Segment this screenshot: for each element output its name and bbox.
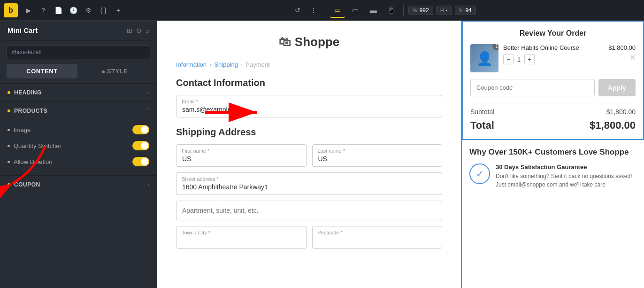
percent-label: %: [459, 8, 464, 13]
breadcrumb-sep2: ›: [241, 61, 243, 68]
firstname-label: First name *: [182, 148, 209, 154]
height-value: -: [446, 7, 448, 14]
element-id-field[interactable]: #brxe-fe7eff: [7, 45, 150, 59]
guarantee-title: 30 Days Satisfaction Gaurantee: [496, 163, 636, 171]
firstname-field: First name *: [176, 144, 307, 167]
toggle-row-qty: Quantity Switcher: [8, 138, 149, 154]
section-heading-header[interactable]: HEADING ›: [0, 84, 157, 101]
city-row: Town / City * Postcode *: [176, 226, 442, 254]
order-item-price: $1,800.00: [608, 44, 636, 51]
guarantee-row: ✓ 30 Days Satisfaction Gaurantee Don't l…: [469, 163, 636, 189]
apt-field: [176, 201, 442, 220]
apt-input[interactable]: [176, 201, 442, 220]
cart-icon: 🛍: [279, 35, 291, 49]
sidebar-title: Mini Cart: [8, 26, 38, 34]
zoom-value: 94: [465, 7, 471, 14]
section-products-header[interactable]: PRODUCTS ˅: [0, 102, 157, 120]
order-subtotal-row: Subtotal $1,800.00: [470, 103, 636, 116]
wide-view-button[interactable]: ▬: [366, 3, 381, 18]
logo-button[interactable]: b: [4, 3, 18, 17]
document-icon[interactable]: 📄: [52, 4, 65, 17]
breadcrumb-shipping[interactable]: Shipping: [214, 61, 238, 68]
section-products-title: PRODUCTS: [8, 108, 47, 114]
breadcrumb-payment: Payment: [245, 61, 269, 68]
order-total-row: Total $1,800.00: [470, 119, 636, 132]
section-heading-arrow: ›: [147, 89, 149, 96]
add-icon[interactable]: +: [112, 4, 125, 17]
breadcrumb-information[interactable]: Information: [176, 61, 207, 68]
postcode-label: Postcode *: [318, 230, 343, 235]
section-coupon-header[interactable]: COUPON ›: [0, 176, 157, 194]
town-field: Town / City *: [176, 226, 307, 249]
email-label: Email *: [182, 99, 198, 104]
toggle-row-image: Image: [8, 122, 149, 138]
order-item-name: Better Habits Online Course: [503, 44, 604, 51]
order-item-image: 👤 1: [470, 44, 498, 72]
page-content: 🛍 Shoppe Information › Shipping › Paymen…: [157, 21, 461, 288]
coupon-row: Apply: [470, 79, 636, 96]
section-coupon: COUPON ›: [0, 175, 157, 194]
zoom-field[interactable]: % 94: [455, 6, 476, 15]
left-sidebar: Mini Cart ⊞ ⊙ ⌕ #brxe-fe7eff CONTENT STY…: [0, 21, 157, 288]
guarantee-desc: Don't like something? Sent it back no qu…: [496, 172, 636, 189]
lastname-label: Last name *: [318, 148, 345, 154]
more-icon[interactable]: ⋮: [307, 4, 320, 17]
tab-content[interactable]: CONTENT: [7, 64, 77, 78]
sidebar-tabs: CONTENT STYLE: [7, 64, 150, 78]
desktop-view-button[interactable]: ▭: [330, 3, 345, 18]
order-item: 👤 1 Better Habits Online Course − 1 + $1…: [470, 44, 636, 72]
mobile-view-button[interactable]: 📱: [383, 3, 399, 18]
guarantee-text: 30 Days Satisfaction Gaurantee Don't lik…: [496, 163, 636, 189]
sidebar-view-icon[interactable]: ⊞: [127, 27, 132, 34]
toolbar: b ▶ ? 📄 🕐 ⚙ { } + ↺ ⋮ ▭ ▭ ▬ 📱 W 992 H - …: [0, 0, 644, 21]
toggle-qty[interactable]: [132, 141, 149, 150]
why-section: Why Over 150K+ Customers Love Shoppe ✓ 3…: [462, 140, 644, 196]
coupon-input[interactable]: [470, 79, 595, 96]
history-icon[interactable]: 🕐: [67, 4, 80, 17]
postcode-field: Postcode *: [312, 226, 443, 249]
store-header: 🛍 Shoppe: [176, 35, 442, 49]
right-panel: Review Your Order 👤 1 Better Habits Onli…: [461, 21, 644, 288]
total-value: $1,800.00: [590, 119, 636, 132]
section-coupon-arrow: ›: [147, 181, 149, 188]
breadcrumb-sep1: ›: [209, 61, 211, 68]
toggle-qty-label: Quantity Switcher: [8, 142, 61, 149]
canvas-area: 🛍 Shoppe Information › Shipping › Paymen…: [157, 21, 461, 288]
section-products: PRODUCTS ˅ Image Quantity Switcher: [0, 101, 157, 175]
toggle-row-deletion: Allow Deletion: [8, 154, 149, 170]
qty-increase-button[interactable]: +: [524, 54, 535, 64]
section-products-content: Image Quantity Switcher Allow Deletion: [0, 120, 157, 175]
close-item-button[interactable]: ✕: [629, 53, 636, 62]
breadcrumb: Information › Shipping › Payment: [176, 61, 442, 68]
sidebar-link-icon[interactable]: ⊙: [136, 27, 142, 34]
tab-style[interactable]: STYLE: [79, 64, 150, 78]
guarantee-icon: ✓: [469, 163, 490, 184]
qty-controls: − 1 +: [503, 54, 604, 64]
apply-coupon-button[interactable]: Apply: [598, 79, 636, 96]
tablet-view-button[interactable]: ▭: [348, 3, 363, 18]
cursor-icon[interactable]: ▶: [22, 4, 35, 17]
help-icon[interactable]: ?: [37, 4, 50, 17]
why-title: Why Over 150K+ Customers Love Shoppe: [469, 148, 636, 157]
width-field[interactable]: W 992: [408, 6, 433, 15]
store-logo: 🛍 Shoppe: [176, 35, 442, 49]
total-label: Total: [470, 119, 494, 132]
section-coupon-title: COUPON: [8, 181, 40, 188]
sidebar-search-icon[interactable]: ⌕: [146, 27, 149, 34]
town-label: Town / City *: [182, 230, 210, 235]
height-field[interactable]: H -: [436, 6, 452, 15]
email-input[interactable]: [176, 95, 442, 117]
width-label: W: [413, 8, 417, 13]
toggle-image-label: Image: [8, 126, 31, 133]
code-icon[interactable]: { }: [97, 4, 110, 17]
settings-icon[interactable]: ⚙: [82, 4, 95, 17]
refresh-icon[interactable]: ↺: [291, 4, 304, 17]
sidebar-header: Mini Cart ⊞ ⊙ ⌕: [0, 21, 157, 40]
order-review-box: Review Your Order 👤 1 Better Habits Onli…: [462, 21, 644, 140]
section-heading: HEADING ›: [0, 83, 157, 101]
toggle-deletion[interactable]: [132, 157, 149, 166]
street-field: Street address *: [176, 172, 442, 195]
toggle-image[interactable]: [132, 125, 149, 134]
qty-decrease-button[interactable]: −: [503, 54, 514, 64]
name-row: First name * Last name *: [176, 144, 442, 172]
